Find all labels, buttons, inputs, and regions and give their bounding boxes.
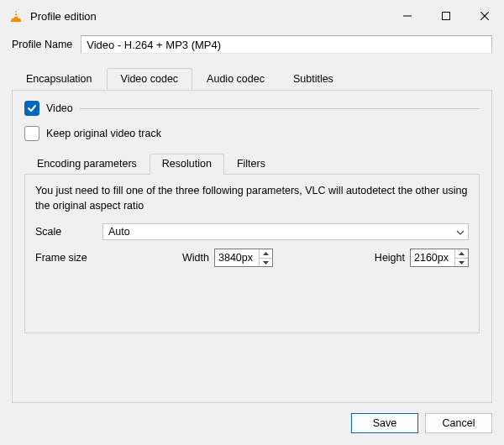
chevron-down-icon <box>456 226 465 238</box>
close-button[interactable] <box>465 3 504 29</box>
tab-subtitles[interactable]: Subtitles <box>279 68 348 91</box>
scale-value: Auto <box>108 226 130 238</box>
width-spin-buttons <box>259 249 272 266</box>
profile-name-input[interactable] <box>81 35 492 54</box>
tab-audio-codec[interactable]: Audio codec <box>192 68 279 91</box>
keep-original-label: Keep original video track <box>46 128 161 139</box>
inner-tabbar: Encoding parameters Resolution Filters <box>24 153 480 174</box>
keep-original-row[interactable]: Keep original video track <box>24 126 480 141</box>
check-icon <box>27 103 37 113</box>
outer-tabpanel: Video Keep original video track Encoding… <box>12 90 492 403</box>
width-step-up[interactable] <box>260 249 272 259</box>
cancel-button[interactable]: Cancel <box>425 413 492 433</box>
height-spinbox[interactable]: 2160px <box>410 249 469 267</box>
outer-tabbar: Encapsulation Video codec Audio codec Su… <box>12 67 492 90</box>
dialog-content: Profile Name Encapsulation Video codec A… <box>0 32 504 403</box>
frame-size-label: Frame size <box>35 252 102 264</box>
scale-label: Scale <box>35 226 102 238</box>
inner-tab-resolution[interactable]: Resolution <box>150 154 224 175</box>
inner-tab-encoding[interactable]: Encoding parameters <box>24 154 150 175</box>
vlc-cone-icon <box>8 8 24 24</box>
width-label: Width <box>182 252 209 264</box>
resolution-hint: You just need to fill one of the three f… <box>35 183 469 213</box>
tab-encapsulation[interactable]: Encapsulation <box>12 68 107 91</box>
dialog-window: Profile edition Profile Name Encapsulati… <box>0 0 504 445</box>
width-step-down[interactable] <box>260 259 272 267</box>
maximize-button[interactable] <box>427 3 465 29</box>
video-legend-row: Video <box>24 101 480 116</box>
height-label: Height <box>375 252 405 264</box>
dialog-button-bar: Save Cancel <box>0 403 504 445</box>
scale-dropdown[interactable]: Auto <box>102 223 469 240</box>
tab-video-codec[interactable]: Video codec <box>107 68 193 91</box>
svg-rect-0 <box>14 13 18 13</box>
inner-tabpanel: You just need to fill one of the three f… <box>24 174 480 333</box>
profile-name-label: Profile Name <box>12 39 72 50</box>
video-checkbox-label: Video <box>46 102 73 114</box>
height-step-down[interactable] <box>455 259 468 267</box>
minimize-button[interactable] <box>388 3 427 29</box>
titlebar: Profile edition <box>0 0 504 32</box>
height-step-up[interactable] <box>455 249 468 259</box>
save-button[interactable]: Save <box>351 413 418 433</box>
window-controls <box>388 3 504 29</box>
video-checkbox[interactable] <box>24 101 39 116</box>
height-value: 2160px <box>411 252 454 264</box>
frame-size-row: Frame size Width 3840px <box>35 249 469 267</box>
scale-row: Scale Auto <box>35 223 469 240</box>
separator-line <box>80 108 480 109</box>
svg-rect-1 <box>13 15 18 16</box>
svg-rect-2 <box>443 13 450 20</box>
height-spin-buttons <box>454 249 468 266</box>
keep-original-checkbox[interactable] <box>24 126 39 141</box>
window-title: Profile edition <box>30 10 97 23</box>
inner-tab-filters[interactable]: Filters <box>224 154 278 175</box>
profile-name-row: Profile Name <box>12 35 492 54</box>
video-checkbox-row[interactable]: Video <box>24 101 73 116</box>
width-spinbox[interactable]: 3840px <box>214 249 273 267</box>
width-value: 3840px <box>215 252 259 264</box>
